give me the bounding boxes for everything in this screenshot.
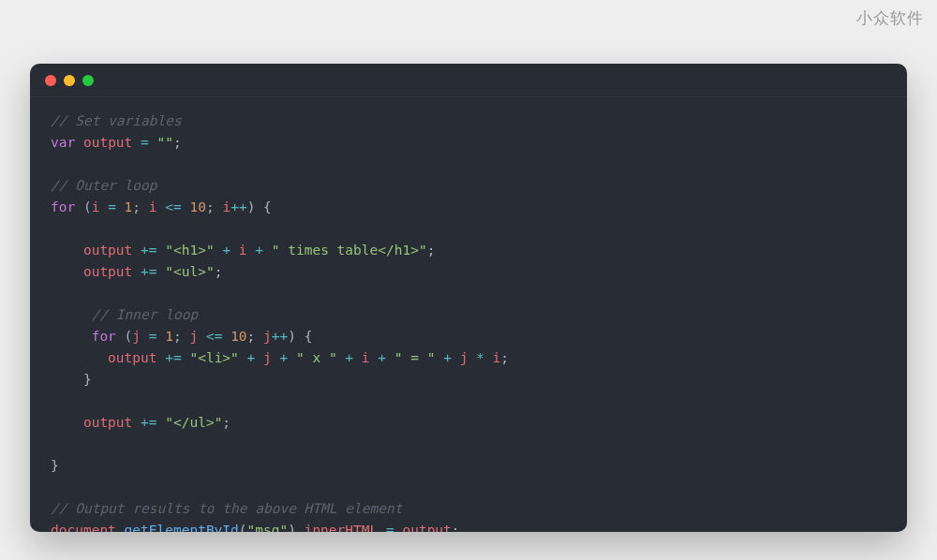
code-token: ; (247, 329, 263, 344)
code-token (99, 199, 108, 214)
code-token: i (493, 350, 501, 365)
code-token (255, 350, 263, 365)
code-token: j (263, 329, 272, 344)
code-token: // Output results to the above HTML elem… (51, 501, 402, 516)
code-token: += (165, 350, 181, 365)
code-token (288, 350, 296, 365)
code-token: ++ (231, 199, 246, 214)
code-line (51, 477, 886, 498)
code-token: document (51, 523, 116, 532)
window-close-icon[interactable] (45, 75, 56, 86)
code-token: . (116, 523, 125, 532)
code-line: output += "</ul>"; (51, 412, 886, 434)
code-token: = (149, 329, 157, 344)
code-token: output (83, 415, 132, 430)
code-token: ( (116, 329, 132, 344)
code-token: innerHTML (305, 523, 379, 532)
code-token: getElementById (125, 523, 239, 532)
code-token: = (141, 135, 149, 150)
code-token: } (51, 372, 92, 387)
code-token: output (108, 350, 156, 365)
code-token: ; (206, 199, 222, 214)
code-token: " times table</h1>" (272, 243, 427, 258)
code-token (231, 243, 239, 258)
code-token: ++ (272, 329, 288, 344)
code-line: // Set variables (51, 111, 886, 132)
code-token: + (443, 350, 452, 365)
code-token: j (189, 329, 198, 344)
window-minimize-icon[interactable] (64, 75, 75, 86)
code-token (157, 243, 166, 258)
code-token (247, 243, 256, 258)
code-editor[interactable]: // Set variablesvar output = ""; // Oute… (30, 97, 907, 532)
code-token: + (255, 243, 263, 258)
code-token: for (51, 199, 75, 214)
code-line: } (51, 455, 886, 477)
code-token: i (239, 243, 247, 258)
code-token (239, 350, 247, 365)
code-token (132, 264, 141, 279)
code-token: ; (500, 350, 509, 365)
code-token (386, 350, 394, 365)
code-token: "</ul>" (165, 415, 222, 430)
code-window: // Set variablesvar output = ""; // Oute… (30, 64, 907, 532)
code-token: output (83, 243, 132, 258)
code-token (132, 415, 141, 430)
code-token: + (247, 350, 256, 365)
code-line: output += "<ul>"; (51, 261, 886, 283)
code-token: += (141, 415, 156, 430)
window-titlebar (30, 64, 907, 97)
code-token: + (345, 350, 353, 365)
code-token (157, 350, 166, 365)
code-token (157, 199, 166, 214)
code-token: + (280, 350, 289, 365)
code-token (263, 243, 272, 258)
code-line: output += "<h1>" + i + " times table</h1… (51, 240, 886, 261)
code-token: } (51, 458, 59, 473)
code-token (468, 350, 476, 365)
code-token: 10 (231, 329, 246, 344)
code-token: ; (215, 264, 223, 279)
code-token: ; (132, 199, 148, 214)
window-zoom-icon[interactable] (82, 75, 94, 86)
code-token: i (149, 199, 157, 214)
code-token (157, 415, 166, 430)
code-token: ; (173, 329, 189, 344)
code-token: "msg" (247, 523, 289, 532)
code-token: var (51, 135, 75, 150)
code-token (116, 199, 125, 214)
code-token: ) { (247, 199, 272, 214)
code-line: // Outer loop (51, 175, 886, 197)
code-token: + (378, 350, 386, 365)
code-token (484, 350, 493, 365)
code-token (141, 329, 149, 344)
code-token: + (222, 243, 231, 258)
code-line: output += "<li>" + j + " x " + i + " = "… (51, 347, 886, 369)
code-token: output (83, 264, 132, 279)
code-token: // Set variables (51, 113, 182, 128)
code-token: // Inner loop (92, 307, 199, 322)
code-token (75, 135, 83, 150)
code-token (378, 523, 386, 532)
code-token (51, 415, 83, 430)
code-token (435, 350, 443, 365)
code-token: output (83, 135, 132, 150)
code-token: = (108, 199, 116, 214)
code-line: for (j = 1; j <= 10; j++) { (51, 326, 886, 347)
code-line: document.getElementById("msg").innerHTML… (51, 520, 886, 532)
code-token (353, 350, 362, 365)
code-token: " = " (394, 350, 436, 365)
code-token: for (92, 329, 116, 344)
code-token: // Outer loop (51, 178, 157, 193)
code-token: ; (427, 243, 436, 258)
code-token: i (362, 350, 370, 365)
code-token: ) { (288, 329, 312, 344)
code-token: += (141, 264, 156, 279)
code-token: += (141, 243, 156, 258)
code-token: "<li>" (189, 350, 238, 365)
code-token: " x " (296, 350, 337, 365)
code-token (157, 264, 166, 279)
code-line (51, 391, 886, 412)
code-line (51, 283, 886, 304)
watermark-text: 小众软件 (856, 7, 924, 29)
